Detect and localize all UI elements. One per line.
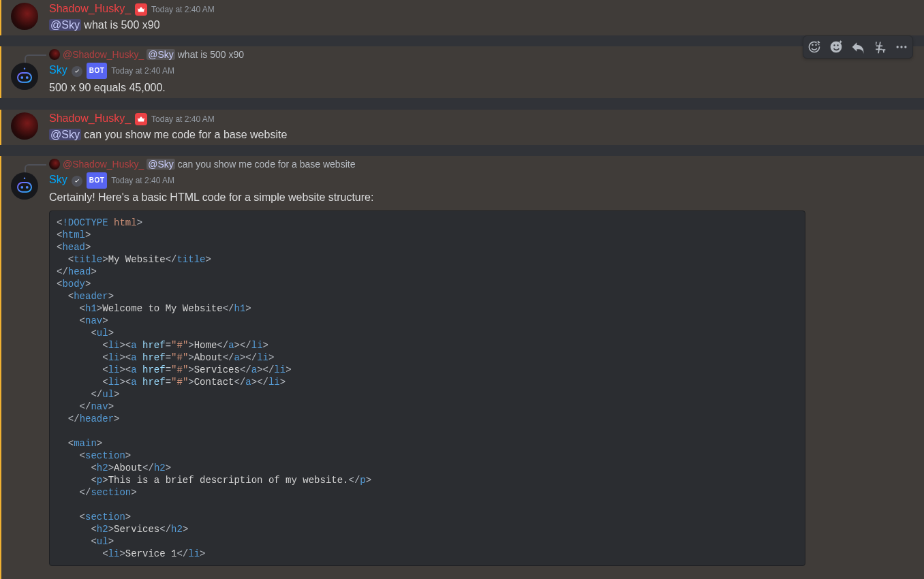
username[interactable]: Sky xyxy=(49,172,67,187)
message-header: Shadow_Husky_ Today at 2:40 AM xyxy=(49,111,891,127)
more-icon[interactable] xyxy=(891,36,912,58)
server-owner-crown-icon xyxy=(135,3,147,16)
avatar[interactable] xyxy=(11,112,38,140)
message-header: Sky BOT Today at 2:40 AM xyxy=(49,172,891,189)
avatar[interactable] xyxy=(11,63,38,90)
timestamp: Today at 2:40 AM xyxy=(111,63,174,78)
bot-tag: BOT xyxy=(87,172,108,189)
add-reaction-icon[interactable] xyxy=(803,36,825,58)
super-reaction-icon[interactable] xyxy=(825,36,847,58)
reply-context[interactable]: @Shadow_Husky_ @Sky can you show me code… xyxy=(49,157,891,171)
message-sky-2[interactable]: @Shadow_Husky_ @Sky can you show me code… xyxy=(0,156,924,579)
message-text: can you show me code for a base website xyxy=(81,129,287,140)
message-list: Shadow_Husky_ Today at 2:40 AM @Sky what… xyxy=(0,0,924,579)
svg-point-5 xyxy=(26,76,29,79)
user-mention[interactable]: @Sky xyxy=(49,129,81,140)
user-mention[interactable]: @Sky xyxy=(147,159,175,170)
message-shadow-1[interactable]: Shadow_Husky_ Today at 2:40 AM @Sky what… xyxy=(0,0,924,35)
reply-preview[interactable]: @Sky can you show me code for a base web… xyxy=(147,159,355,170)
code-block[interactable]: <!DOCTYPE html> <html> <head> <title>My … xyxy=(49,210,805,566)
avatar[interactable] xyxy=(11,3,38,30)
message-actions-toolbar xyxy=(803,35,913,59)
avatar[interactable] xyxy=(11,172,38,200)
svg-point-12 xyxy=(24,178,26,180)
svg-point-0 xyxy=(897,46,899,48)
reply-avatar[interactable] xyxy=(49,159,60,170)
username[interactable]: Sky xyxy=(49,63,67,78)
message-content: @Sky what is 500 x90 xyxy=(49,17,891,33)
message-text: what is 500 x90 xyxy=(81,19,160,31)
username[interactable]: Shadow_Husky_ xyxy=(49,1,131,16)
user-mention[interactable]: @Sky xyxy=(147,49,175,60)
timestamp: Today at 2:40 AM xyxy=(151,2,215,17)
message-sky-1[interactable]: @Shadow_Husky_ @Sky what is 500 x90 Sky … xyxy=(0,46,924,98)
user-mention[interactable]: @Sky xyxy=(49,19,81,31)
reply-context[interactable]: @Shadow_Husky_ @Sky what is 500 x90 xyxy=(49,48,891,61)
message-content: @Sky can you show me code for a base web… xyxy=(49,127,891,142)
server-owner-crown-icon xyxy=(135,113,147,125)
svg-point-1 xyxy=(900,46,902,48)
reply-avatar[interactable] xyxy=(49,49,60,60)
message-header: Shadow_Husky_ Today at 2:40 AM xyxy=(49,1,891,17)
reply-preview-text: can you show me code for a base website xyxy=(175,159,356,170)
reply-icon[interactable] xyxy=(847,36,869,58)
reply-preview-text: what is 500 x90 xyxy=(175,49,244,60)
timestamp: Today at 2:40 AM xyxy=(111,173,174,188)
message-content: Certainly! Here's a basic HTML code for … xyxy=(49,189,891,205)
reply-username[interactable]: @Shadow_Husky_ xyxy=(63,49,144,60)
svg-point-9 xyxy=(20,186,23,189)
svg-rect-3 xyxy=(18,73,31,82)
verified-bot-icon xyxy=(72,66,82,77)
verified-bot-icon xyxy=(72,176,82,187)
create-thread-icon[interactable] xyxy=(869,36,891,58)
svg-rect-8 xyxy=(18,183,31,192)
reply-preview[interactable]: @Sky what is 500 x90 xyxy=(147,49,244,60)
svg-point-7 xyxy=(24,68,26,70)
message-header: Sky BOT Today at 2:40 AM xyxy=(49,63,891,80)
timestamp: Today at 2:40 AM xyxy=(151,112,215,127)
bot-tag: BOT xyxy=(87,63,108,79)
svg-point-10 xyxy=(26,186,29,189)
svg-point-4 xyxy=(20,76,23,79)
message-content: 500 x 90 equals 45,000. xyxy=(49,80,891,95)
username[interactable]: Shadow_Husky_ xyxy=(49,111,131,126)
svg-point-2 xyxy=(904,46,906,48)
reply-username[interactable]: @Shadow_Husky_ xyxy=(63,159,144,170)
message-shadow-2[interactable]: Shadow_Husky_ Today at 2:40 AM @Sky can … xyxy=(0,110,924,145)
